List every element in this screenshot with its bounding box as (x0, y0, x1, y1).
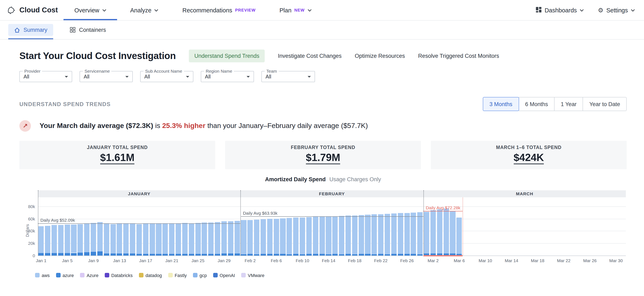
nav-item-recommendations[interactable]: Recommendations PREVIEW (182, 0, 256, 20)
bar-segment-azure[interactable] (169, 254, 174, 255)
bar-segment-aws[interactable] (156, 224, 162, 254)
bar-segment-azure[interactable] (287, 254, 292, 255)
bar-segment-aws[interactable] (398, 213, 403, 254)
bar-segment-azure[interactable] (228, 254, 233, 255)
bar-segment-azure[interactable] (143, 254, 148, 255)
bar-segment-azure[interactable] (78, 253, 83, 255)
bar-segment-aws[interactable] (117, 224, 122, 254)
bar-segment-azure[interactable] (188, 254, 194, 255)
bar-segment-aws[interactable] (430, 210, 436, 254)
bar-segment-aws[interactable] (176, 223, 181, 254)
bar-segment-azure[interactable] (202, 254, 207, 255)
bar-segment-aws[interactable] (254, 220, 259, 254)
bar-segment-azure[interactable] (254, 254, 259, 255)
bar-segment-aws[interactable] (450, 211, 456, 253)
bar-segment-aws[interactable] (346, 216, 351, 254)
bar-segment-azure[interactable] (52, 253, 57, 255)
legend-item[interactable]: gcp (193, 273, 207, 278)
bar-segment-azure[interactable] (332, 254, 338, 255)
bar-segment-azure[interactable] (136, 254, 142, 255)
stat-card-value[interactable]: $1.79M (306, 152, 340, 164)
bar-segment-aws[interactable] (234, 221, 240, 254)
bar-segment-azure[interactable] (150, 254, 155, 255)
filter-sub-account-name[interactable]: Sub Account Name All (140, 71, 193, 82)
nav-item-overview[interactable]: Overview (74, 0, 106, 20)
bar-segment-azure[interactable] (215, 254, 220, 255)
bar-segment-aws[interactable] (143, 224, 148, 254)
bar-segment-azure[interactable] (248, 254, 253, 255)
bar-segment-aws[interactable] (444, 209, 449, 254)
bar-segment-azure[interactable] (358, 254, 364, 255)
nav-item-analyze[interactable]: Analyze (130, 0, 158, 20)
bar-segment-aws[interactable] (162, 223, 168, 254)
range-button-1-year[interactable]: 1 Year (554, 97, 583, 111)
bar-segment-aws[interactable] (228, 221, 233, 253)
bar-segment-aws[interactable] (38, 226, 44, 253)
bar-segment-aws[interactable] (274, 219, 279, 254)
bar-segment-aws[interactable] (215, 222, 220, 254)
bar-segment-azure[interactable] (293, 254, 298, 255)
bar-segment-aws[interactable] (326, 217, 331, 254)
bar-segment-azure[interactable] (58, 253, 63, 255)
bar-segment-azure[interactable] (208, 254, 214, 255)
bar-segment-aws[interactable] (404, 213, 410, 254)
bar-segment-aws[interactable] (313, 217, 318, 254)
bar-segment-aws[interactable] (150, 224, 155, 254)
legend-item[interactable]: VMware (241, 273, 264, 278)
bar-segment-azure[interactable] (104, 253, 109, 255)
bar-segment-aws[interactable] (424, 212, 429, 254)
bar-segment-aws[interactable] (202, 223, 207, 254)
bar-segment-azure[interactable] (176, 254, 181, 255)
filter-team[interactable]: Team All (262, 71, 315, 82)
bar-segment-azure[interactable] (280, 254, 286, 255)
bar-segment-aws[interactable] (58, 225, 63, 253)
bar-segment-aws[interactable] (97, 222, 103, 251)
bar-segment-azure[interactable] (267, 254, 272, 255)
workflow-tab-optimize-resources[interactable]: Optimize Resources (355, 53, 405, 59)
bar-segment-azure[interactable] (195, 254, 200, 255)
bar-segment-aws[interactable] (300, 218, 305, 254)
bar-segment-azure[interactable] (156, 254, 162, 255)
bar-segment-aws[interactable] (52, 225, 57, 253)
bar-segment-azure[interactable] (45, 253, 50, 255)
bar-segment-aws[interactable] (385, 214, 390, 254)
bar-segment-aws[interactable] (241, 220, 246, 254)
bar-segment-azure[interactable] (84, 252, 90, 255)
bar-segment-aws[interactable] (78, 224, 83, 253)
bar-segment-aws[interactable] (365, 215, 370, 254)
bar-segment-aws[interactable] (293, 218, 298, 254)
bar-segment-aws[interactable] (437, 209, 442, 253)
bar-segment-azure[interactable] (326, 254, 331, 255)
bar-segment-azure[interactable] (365, 254, 370, 255)
workflow-tab-resolve-triggered-cost-monitors[interactable]: Resolve Triggered Cost Monitors (418, 53, 499, 59)
bar-segment-aws[interactable] (260, 219, 266, 254)
bar-segment-aws[interactable] (287, 218, 292, 254)
bar-segment-aws[interactable] (222, 221, 227, 254)
bar-segment-azure[interactable] (71, 253, 76, 255)
filter-servicename[interactable]: Servicename All (80, 71, 133, 82)
bar-segment-aws[interactable] (195, 223, 200, 254)
bar-segment-azure[interactable] (38, 253, 44, 255)
bar-segment-azure[interactable] (300, 254, 305, 255)
nav-item-settings[interactable]: ⚙ Settings (598, 0, 635, 20)
bar-segment-aws[interactable] (104, 224, 109, 253)
bar-segment-aws[interactable] (169, 224, 174, 254)
tab-containers[interactable]: Containers (64, 24, 112, 36)
filter-region-name[interactable]: Region Name All (201, 71, 254, 82)
bar-segment-azure[interactable] (234, 254, 240, 255)
legend-item[interactable]: Fastly (168, 273, 187, 278)
bar-segment-aws[interactable] (378, 214, 384, 254)
bar-segment-azure[interactable] (182, 254, 188, 255)
bar-segment-azure[interactable] (222, 254, 227, 255)
range-button-year-to-date[interactable]: Year to Date (583, 97, 627, 111)
bar-segment-azure[interactable] (306, 254, 312, 255)
bar-segment-aws[interactable] (306, 217, 312, 254)
bar-segment-azure[interactable] (378, 254, 384, 255)
bar-segment-aws[interactable] (136, 224, 142, 254)
bar-segment-aws[interactable] (332, 216, 338, 254)
bar-segment-aws[interactable] (352, 215, 357, 254)
bar-segment-aws[interactable] (84, 224, 90, 252)
bar-segment-aws[interactable] (267, 219, 272, 254)
bar-segment-azure[interactable] (130, 254, 135, 255)
bar-segment-azure[interactable] (313, 254, 318, 255)
